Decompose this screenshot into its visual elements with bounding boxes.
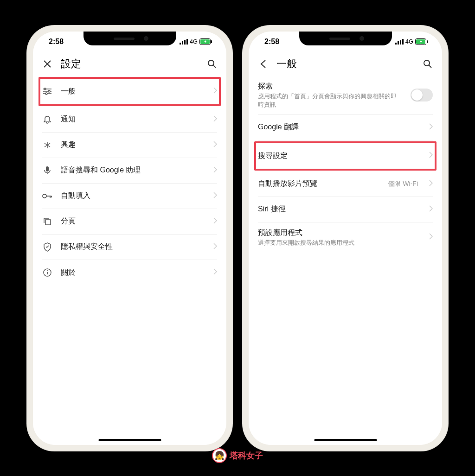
screen-left: 2:58 4G 設定 <box>33 32 226 445</box>
key-icon <box>42 193 52 199</box>
row-interests[interactable]: 興趣 <box>42 133 217 158</box>
asterisk-icon <box>42 141 52 149</box>
row-label: Google 翻譯 <box>258 122 421 132</box>
svg-rect-18 <box>400 40 401 44</box>
highlight-search-settings: 搜尋設定 <box>254 141 436 171</box>
row-label: 探索 <box>258 82 402 91</box>
svg-rect-16 <box>395 43 397 44</box>
row-label: 通知 <box>61 114 205 124</box>
chevron-right-icon <box>213 115 217 124</box>
back-icon[interactable] <box>258 59 268 69</box>
row-label: 自動填入 <box>61 191 205 201</box>
row-label: 興趣 <box>61 140 205 150</box>
bell-icon <box>42 115 52 124</box>
svg-rect-11 <box>46 166 49 171</box>
watermark: 👧 塔科女子 <box>212 448 263 463</box>
watermark-avatar-icon: 👧 <box>212 448 227 463</box>
search-icon[interactable] <box>423 59 433 69</box>
screen-right: 2:58 4G 一般 探索 <box>249 32 442 445</box>
chevron-right-icon <box>213 87 217 95</box>
chevron-right-icon <box>213 217 217 226</box>
highlight-general: 一般 <box>39 77 221 106</box>
nav-header-right: 一般 <box>249 52 442 76</box>
row-autofill[interactable]: 自動填入 <box>42 184 217 209</box>
battery-icon <box>199 38 212 45</box>
row-discover[interactable]: 探索 應用程式的「首頁」分頁會顯示與你的興趣相關的即時資訊 <box>258 76 433 115</box>
page-title: 設定 <box>61 57 199 71</box>
row-google-translate[interactable]: Google 翻譯 <box>258 115 433 140</box>
row-search-settings[interactable]: 搜尋設定 <box>258 143 433 169</box>
row-privacy[interactable]: 隱私權與安全性 <box>42 235 217 260</box>
shield-icon <box>42 242 52 252</box>
chevron-right-icon <box>213 141 217 149</box>
svg-point-7 <box>208 60 214 66</box>
svg-rect-19 <box>402 39 404 44</box>
chevron-right-icon <box>429 180 433 188</box>
mic-icon <box>42 166 52 175</box>
home-indicator[interactable] <box>314 439 377 441</box>
row-label: 一般 <box>61 87 205 96</box>
settings-list: 一般 通知 興趣 <box>33 77 226 286</box>
chevron-right-icon <box>429 123 433 132</box>
svg-point-23 <box>424 60 430 66</box>
chevron-right-icon <box>213 166 217 175</box>
svg-rect-17 <box>398 41 399 44</box>
nav-header-left: 設定 <box>33 52 226 76</box>
chevron-right-icon <box>429 233 433 241</box>
status-time: 2:58 <box>49 38 64 46</box>
chevron-right-icon <box>429 152 433 160</box>
discover-toggle[interactable] <box>411 89 433 102</box>
svg-point-15 <box>47 270 48 271</box>
svg-point-9 <box>48 90 50 92</box>
chevron-right-icon <box>213 192 217 200</box>
row-default-apps[interactable]: 預設應用程式 選擇要用來開啟搜尋結果的應用程式 <box>258 222 433 253</box>
row-label: 語音搜尋和 Google 助理 <box>61 165 205 175</box>
chevron-right-icon <box>213 243 217 251</box>
svg-point-8 <box>44 88 46 90</box>
sliders-icon <box>42 88 52 95</box>
home-indicator[interactable] <box>98 439 161 441</box>
row-value: 僅限 Wi-Fi <box>388 180 418 188</box>
battery-icon <box>415 38 428 45</box>
phone-right: 2:58 4G 一般 探索 <box>242 25 449 451</box>
svg-point-10 <box>45 93 47 95</box>
svg-rect-0 <box>180 43 181 44</box>
svg-rect-6 <box>211 40 212 43</box>
row-label: 預設應用程式 <box>258 228 421 238</box>
svg-rect-1 <box>182 41 183 44</box>
svg-rect-2 <box>184 40 186 44</box>
row-label: 關於 <box>61 268 205 278</box>
row-general[interactable]: 一般 <box>42 79 217 104</box>
phone-left: 2:58 4G 設定 <box>26 25 233 451</box>
row-tabs[interactable]: 分頁 <box>42 209 217 235</box>
network-label: 4G <box>190 38 198 45</box>
row-label: 隱私權與安全性 <box>61 242 205 252</box>
signal-icon <box>395 39 404 44</box>
copy-icon <box>42 217 52 226</box>
row-notifications[interactable]: 通知 <box>42 107 217 133</box>
page-title: 一般 <box>276 57 414 71</box>
svg-rect-3 <box>186 39 188 44</box>
close-icon[interactable] <box>42 59 52 69</box>
row-about[interactable]: 關於 <box>42 260 217 286</box>
chevron-right-icon <box>213 268 217 277</box>
svg-rect-22 <box>427 40 428 43</box>
row-voice-search[interactable]: 語音搜尋和 Google 助理 <box>42 158 217 184</box>
svg-point-12 <box>43 194 46 198</box>
row-siri-shortcuts[interactable]: Siri 捷徑 <box>258 197 433 222</box>
row-label: Siri 捷徑 <box>258 204 421 214</box>
row-label: 自動播放影片預覽 <box>258 179 379 189</box>
row-label: 分頁 <box>61 216 205 226</box>
search-icon[interactable] <box>207 59 217 69</box>
notch <box>83 32 176 45</box>
notch <box>299 32 392 45</box>
signal-icon <box>180 39 188 44</box>
svg-rect-13 <box>45 220 51 225</box>
status-time: 2:58 <box>264 38 279 46</box>
row-label: 搜尋設定 <box>258 151 421 161</box>
row-autoplay-preview[interactable]: 自動播放影片預覽 僅限 Wi-Fi <box>258 171 433 197</box>
network-label: 4G <box>405 38 413 45</box>
row-sub: 選擇要用來開啟搜尋結果的應用程式 <box>258 239 421 247</box>
watermark-text: 塔科女子 <box>230 450 263 461</box>
chevron-right-icon <box>429 205 433 214</box>
